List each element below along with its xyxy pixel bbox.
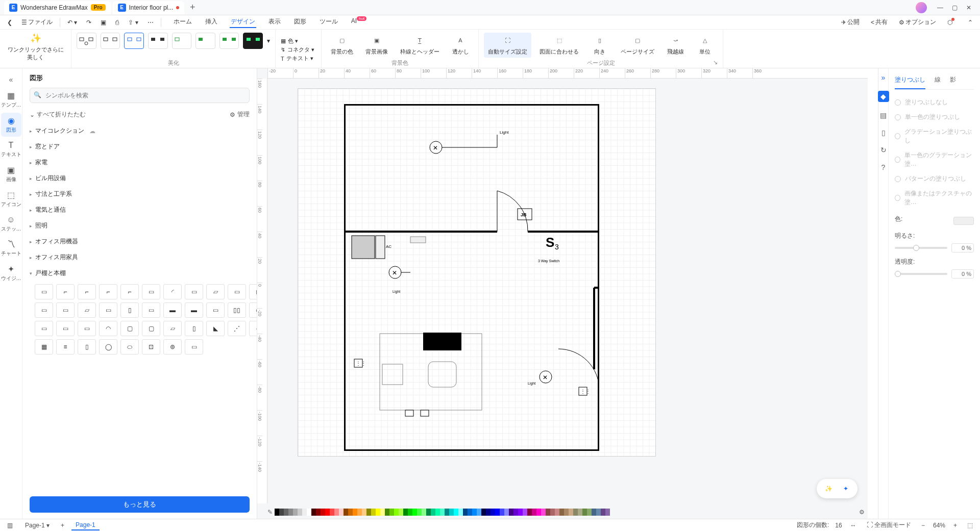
color-swatch-item[interactable] [486,509,491,516]
document-tab[interactable]: E Interior floor pl... [113,1,185,14]
color-swatch-item[interactable] [527,509,532,516]
fit-button[interactable]: ⬚図面に合わせる [535,33,583,58]
opacity-slider[interactable] [895,273,947,275]
search-input[interactable] [30,88,250,103]
brightness-value[interactable]: 0 % [951,243,974,252]
shape-item[interactable]: ⌐ [120,284,139,299]
color-swatch-item[interactable] [491,509,495,516]
collapse-all-button[interactable]: ⌄ すべて折りたたむ [30,110,86,119]
fit-page-button[interactable]: ⬚ [965,521,975,530]
color-swatch-item[interactable] [366,509,371,516]
more-button[interactable]: ⋯ [145,18,156,27]
shape-item[interactable]: ◠ [99,321,117,336]
color-palette-strip[interactable]: ✎ [267,508,857,517]
color-swatch-item[interactable] [334,509,339,516]
rp-tab-shadow[interactable]: 影 [950,73,956,89]
fill-option-pattern[interactable]: パターンの塗りつぶし [895,171,974,186]
color-swatch-item[interactable] [578,509,582,516]
border-header-button[interactable]: T̲枠線とヘッダー [396,33,444,58]
color-swatch-item[interactable] [298,509,302,516]
dropper-icon[interactable]: ✎ [267,509,273,516]
color-swatch-item[interactable] [431,509,435,516]
user-avatar[interactable] [916,2,927,13]
shape-item[interactable]: ▯ [185,321,203,336]
shape-item[interactable]: ⊡ [142,339,160,355]
fill-option-mono-gradient[interactable]: 単一色のグラデーション塗… [895,148,974,171]
rail-image[interactable]: ▣画像 [1,162,21,186]
color-swatch-item[interactable] [307,509,311,516]
color-swatch-item[interactable] [293,509,298,516]
shape-item[interactable]: ▭ [185,339,203,355]
shape-item[interactable]: ▢ [142,321,160,336]
color-swatch-item[interactable] [389,509,394,516]
pagesize-button[interactable]: ▢ページサイズ [617,33,658,58]
color-swatch-item[interactable] [445,509,449,516]
fill-option-none[interactable]: 塗りつぶしなし [895,95,974,110]
tab-tool[interactable]: ツール [318,16,339,28]
theme-4[interactable] [148,33,168,49]
unit-button[interactable]: △単位 [692,33,718,58]
text-menu[interactable]: T テキスト ▾ [281,54,316,63]
color-swatch-item[interactable] [546,509,550,516]
settings-gear-button[interactable]: ⚙ [859,509,865,516]
color-swatch-item[interactable] [408,509,412,516]
shape-item[interactable]: ▭ [56,321,75,336]
shape-item[interactable]: ▭ [142,284,160,299]
tab-home[interactable]: ホーム [173,16,193,28]
bg-color-button[interactable]: ▢背景の色 [327,33,357,58]
print-button[interactable]: ⎙ [113,18,121,27]
color-swatch-item[interactable] [376,509,380,516]
theme-5[interactable] [172,33,192,49]
fab-sparkle[interactable]: ✦ [839,482,852,495]
connector-menu[interactable]: ↯ コネクタ ▾ [281,45,316,54]
page-dropdown[interactable]: Page-1 ▾ [21,521,54,530]
fit-width-button[interactable]: ↔ [848,521,859,530]
watermark-button[interactable]: A透かし [448,33,473,58]
color-swatch-item[interactable] [348,509,353,516]
shape-item[interactable]: ▭ [206,302,225,318]
back-button[interactable]: ❮ [5,18,14,27]
color-swatch-item[interactable] [468,509,472,516]
cat-office-equipment[interactable]: ▸オフィス用機器 [30,234,250,249]
cat-mycollection[interactable]: ▸マイコレクション☁ [30,123,250,139]
app-tab[interactable]: E Wondershare EdrawMax Pro [4,1,111,14]
theme-2[interactable] [101,33,120,49]
manage-button[interactable]: ⚙ 管理 [230,110,250,119]
shape-item[interactable]: ▭ [78,321,96,336]
color-swatch-item[interactable] [592,509,596,516]
publish-button[interactable]: ✈ 公開 [839,17,862,28]
menu-button[interactable]: ☰ ファイル [19,17,55,28]
shape-item[interactable]: ≡ [56,339,75,355]
color-swatch-item[interactable] [344,509,348,516]
jump-button[interactable]: ⤻飛越線 [663,33,688,58]
fill-option-gradient[interactable]: グラデーション塗りつぶし [895,124,974,148]
theme-7[interactable] [219,33,239,49]
color-swatch-item[interactable] [422,509,426,516]
shape-item[interactable]: ◈ [249,321,257,336]
shape-item[interactable]: ▭ [56,302,75,318]
color-swatch[interactable] [953,217,974,225]
color-swatch-item[interactable] [458,509,463,516]
color-swatch-item[interactable] [477,509,481,516]
rail-icon[interactable]: ⬚アイコン [1,187,21,211]
floorplan-drawing[interactable]: ✕ Light JB AC S3 3 Way Switch ✕ Light [344,104,599,451]
color-swatch-item[interactable] [550,509,555,516]
color-swatch-item[interactable] [532,509,536,516]
color-swatch-item[interactable] [587,509,592,516]
add-page-button[interactable]: + [59,521,66,530]
pagesettings-launcher-icon[interactable]: ↘ [713,59,718,66]
theme-more-button[interactable]: ▾ [267,37,270,44]
opacity-value[interactable]: 0 % [951,269,974,279]
undo-button[interactable]: ↶ ▾ [65,18,79,27]
rp-page-icon[interactable]: ▤ [880,111,887,119]
tab-insert[interactable]: 挿入 [204,16,218,28]
theme-1[interactable] [77,33,96,49]
color-swatch-item[interactable] [302,509,307,516]
color-swatch-item[interactable] [564,509,569,516]
more-shapes-button[interactable]: もっと見る [30,496,250,513]
shape-item[interactable]: ⬭ [120,339,139,355]
shape-item[interactable]: ⊚ [163,339,182,355]
shape-item[interactable]: ▬ [185,302,203,318]
canvas-viewport[interactable]: ✕ Light JB AC S3 3 Way Switch ✕ Light [267,79,868,503]
shape-item[interactable]: ▭ [249,302,257,318]
